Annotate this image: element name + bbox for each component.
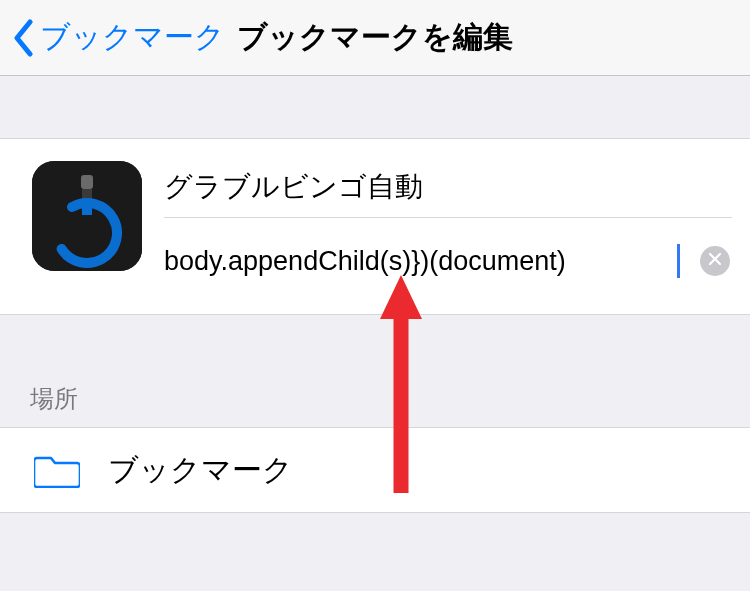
bookmark-url-row xyxy=(164,226,732,296)
bookmark-site-icon xyxy=(32,161,142,271)
back-button[interactable]: ブックマーク xyxy=(12,17,225,58)
close-icon xyxy=(708,252,722,270)
bookmark-name-input[interactable] xyxy=(164,171,732,203)
svg-rect-4 xyxy=(82,203,92,215)
bookmark-edit-panel xyxy=(0,138,750,315)
bookmark-url-input[interactable] xyxy=(164,246,679,277)
location-folder-row[interactable]: ブックマーク xyxy=(0,427,750,513)
page-title: ブックマークを編集 xyxy=(237,17,513,58)
bookmark-name-row xyxy=(164,157,732,217)
text-cursor xyxy=(677,244,680,278)
edit-fields xyxy=(164,157,732,296)
chevron-left-icon xyxy=(12,19,34,57)
clear-text-button[interactable] xyxy=(700,246,730,276)
location-folder-label: ブックマーク xyxy=(108,450,293,491)
location-section-label: 場所 xyxy=(0,383,750,427)
folder-icon xyxy=(34,452,80,488)
navigation-bar: ブックマーク ブックマークを編集 xyxy=(0,0,750,76)
svg-rect-1 xyxy=(81,175,93,189)
back-label: ブックマーク xyxy=(40,17,225,58)
